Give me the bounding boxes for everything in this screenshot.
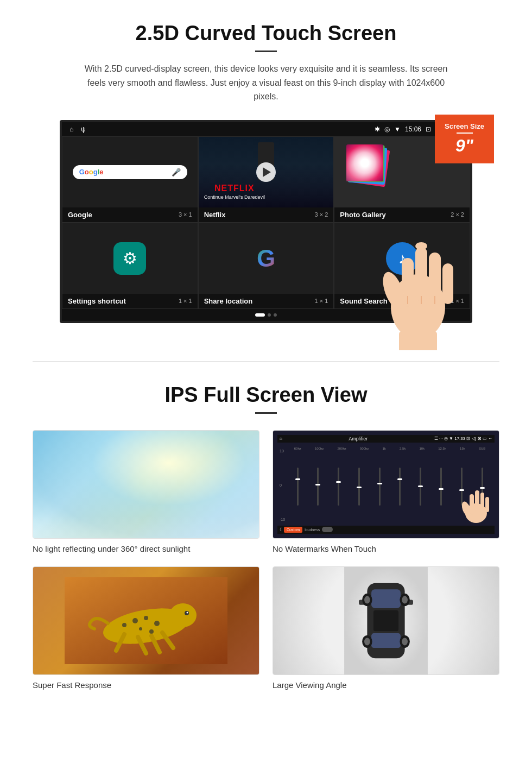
settings-app-size: 1 × 1 xyxy=(179,298,192,304)
play-triangle-icon xyxy=(263,167,271,177)
app-cell-share[interactable]: G Share location 1 × 1 xyxy=(198,223,334,309)
amp-icons: ☰ ··· ◎ ▼ 17:33 ⊡ ◁) ⊠ ▭ ← xyxy=(434,436,492,441)
eq-slider-8[interactable] xyxy=(440,468,442,506)
status-bar: ⌂ ψ ✱ ◎ ▼ 15:06 ⊡ ◁) ⊠ ▭ xyxy=(62,122,470,136)
car-image xyxy=(273,566,499,675)
wifi-icon: ▼ xyxy=(394,125,401,133)
gallery-app-name: Photo Gallery xyxy=(340,211,386,219)
sound-icon-wrap: ♪ xyxy=(386,242,419,275)
section-divider xyxy=(33,361,499,362)
app-grid: Google 🎤 Google 3 × 1 xyxy=(62,136,470,309)
share-label-row: Share location 1 × 1 xyxy=(199,294,334,308)
section-ips: IPS Full Screen View No light reflecting… xyxy=(0,383,532,711)
section1-title: 2.5D Curved Touch Screen xyxy=(33,22,499,45)
eq-thumb-6 xyxy=(397,478,402,480)
svg-rect-15 xyxy=(485,497,489,512)
eq-slider-1[interactable] xyxy=(297,468,299,506)
eq-slider-5[interactable] xyxy=(379,468,381,506)
section-curved-screen: 2.5D Curved Touch Screen With 2.5D curve… xyxy=(0,0,532,339)
amplifier-caption: No Watermarks When Touch xyxy=(273,544,499,553)
screen-mockup-container: Screen Size 9" ⌂ ψ ✱ ◎ ▼ 15:06 ⊡ xyxy=(33,120,499,323)
section2-title: IPS Full Screen View xyxy=(33,383,499,407)
svg-point-25 xyxy=(122,623,126,627)
amp-eq-container: 10 0 -10 60hz 100hz 200hz 500hz 1k xyxy=(277,445,495,523)
settings-icon-wrap: ⚙ xyxy=(113,242,146,275)
badge-divider xyxy=(457,133,473,134)
home-icon[interactable]: ⌂ xyxy=(69,125,73,133)
play-button[interactable] xyxy=(256,162,276,182)
svg-point-23 xyxy=(139,627,142,630)
loudness-toggle[interactable] xyxy=(322,527,333,532)
loudness-label: loudness xyxy=(305,528,320,532)
amp-bottom-bar: ⟪ Custom loudness xyxy=(277,526,495,534)
app-cell-google[interactable]: Google 🎤 Google 3 × 1 xyxy=(62,136,198,223)
location-icon: ◎ xyxy=(384,125,390,133)
share-app-name: Share location xyxy=(204,297,253,305)
app-cell-netflix[interactable]: NETFLIX Continue Marvel's Daredevil Netf… xyxy=(198,136,334,223)
svg-point-21 xyxy=(144,616,148,620)
svg-point-31 xyxy=(187,611,188,613)
sunlight-visual xyxy=(33,431,259,538)
sound-app-size: 1 × 1 xyxy=(451,298,464,304)
status-bar-left: ⌂ ψ xyxy=(69,125,86,133)
eq-slider-6[interactable] xyxy=(399,468,401,506)
eq-slider-4[interactable] xyxy=(358,468,360,506)
feature-car: Large Viewing Angle xyxy=(273,566,499,690)
sound-thumbnail: ♪ xyxy=(334,223,470,294)
google-app-name: Google xyxy=(68,211,92,219)
bluetooth-icon: ✱ xyxy=(375,125,380,133)
svg-point-43 xyxy=(364,596,370,603)
mic-icon[interactable]: 🎤 xyxy=(172,168,181,176)
car-svg xyxy=(343,566,429,675)
eq-slider-2[interactable] xyxy=(317,468,319,506)
google-search-bar[interactable]: Google 🎤 xyxy=(73,165,187,179)
svg-rect-10 xyxy=(399,331,437,350)
google-label-row: Google 3 × 1 xyxy=(62,207,198,222)
eq-slider-3[interactable] xyxy=(338,468,339,506)
gallery-app-size: 2 × 2 xyxy=(451,211,464,218)
amp-title: Amplifier xyxy=(349,436,368,441)
feature-sunlight: No light reflecting under 360° direct su… xyxy=(33,430,259,553)
svg-rect-14 xyxy=(480,493,484,512)
app-cell-settings[interactable]: ⚙ Settings shortcut 1 × 1 xyxy=(62,223,198,309)
sound-app-name: Sound Search xyxy=(340,297,387,305)
sunlight-caption: No light reflecting under 360° direct su… xyxy=(33,544,259,553)
dot-3[interactable] xyxy=(274,313,277,317)
car-caption: Large Viewing Angle xyxy=(273,680,499,690)
flower-highlight xyxy=(346,144,383,181)
cheetah-svg xyxy=(65,577,227,664)
music-note-icon: ♪ xyxy=(398,250,406,267)
cheetah-caption: Super Fast Response xyxy=(33,680,259,690)
eq-slider-7[interactable] xyxy=(420,468,421,506)
settings-thumbnail: ⚙ xyxy=(62,223,198,294)
sunlight-image xyxy=(33,430,259,539)
dot-1[interactable] xyxy=(255,313,265,317)
eq-thumb-3 xyxy=(336,481,341,483)
settings-label-row: Settings shortcut 1 × 1 xyxy=(62,294,198,308)
svg-rect-13 xyxy=(475,490,479,512)
app-cell-sound[interactable]: ♪ Sound Search 1 × 1 xyxy=(334,223,470,309)
svg-point-46 xyxy=(402,638,408,645)
badge-label: Screen Size xyxy=(445,122,484,130)
netflix-logo-text: NETFLIX xyxy=(204,184,265,193)
amp-status-bar: ⌂ Amplifier ☰ ··· ◎ ▼ 17:33 ⊡ ◁) ⊠ ▭ ← xyxy=(277,435,495,443)
netflix-label-row: Netflix 3 × 2 xyxy=(199,207,334,222)
maps-g-letter: G xyxy=(257,245,275,272)
amp-nav-icon: ⟪ xyxy=(280,527,282,532)
svg-point-24 xyxy=(149,629,154,634)
amplifier-visual: ⌂ Amplifier ☰ ··· ◎ ▼ 17:33 ⊡ ◁) ⊠ ▭ ← 1… xyxy=(273,431,499,538)
svg-point-19 xyxy=(169,603,197,627)
dot-2[interactable] xyxy=(268,313,271,317)
share-app-size: 1 × 1 xyxy=(315,298,328,304)
badge-size: 9" xyxy=(455,136,473,155)
eq-thumb-2 xyxy=(315,484,320,485)
section1-description: With 2.5D curved-display screen, this de… xyxy=(76,62,456,104)
section2-divider xyxy=(255,412,277,414)
gallery-stack xyxy=(346,142,395,191)
custom-btn[interactable]: Custom xyxy=(284,527,302,533)
eq-thumb-7 xyxy=(418,485,423,487)
maps-icon: G xyxy=(257,245,275,272)
screen-wrapper: Screen Size 9" ⌂ ψ ✱ ◎ ▼ 15:06 ⊡ xyxy=(60,120,472,323)
netflix-thumbnail: NETFLIX Continue Marvel's Daredevil xyxy=(199,137,334,207)
svg-point-22 xyxy=(154,621,160,626)
